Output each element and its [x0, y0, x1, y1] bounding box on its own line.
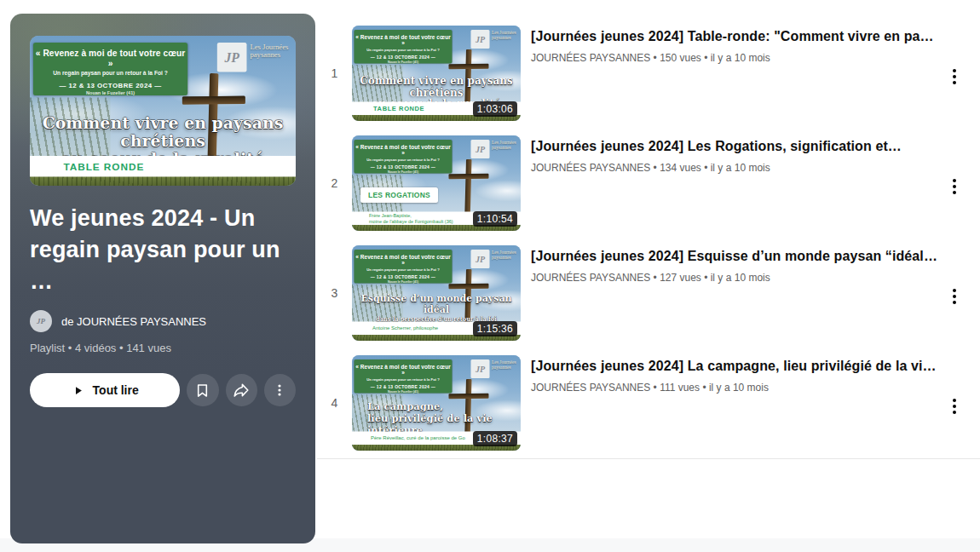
channel-avatar[interactable]: JP	[30, 310, 52, 332]
banner-subline: Un regain paysan pour un retour à la Foi…	[33, 70, 187, 77]
banner-headline: « Revenez à moi de tout votre cœur »	[355, 364, 453, 377]
save-playlist-button[interactable]	[187, 374, 218, 406]
kebab-icon	[944, 396, 965, 417]
duration-badge: 1:03:06	[473, 101, 517, 117]
playlist-actions: Tout lire	[30, 373, 296, 407]
banner-location: Nouan le Fuzelier (41)	[33, 90, 187, 95]
playlist-owner-row: JP de JOURNÉES PAYSANNES	[30, 310, 296, 332]
kebab-icon	[944, 286, 965, 307]
playlist-owner-label[interactable]: de JOURNÉES PAYSANNES	[61, 315, 206, 328]
thumbnail-strip-label: TABLE RONDE	[373, 105, 424, 112]
banner-date: — 12 & 13 OCTOBRE 2024 —	[355, 385, 453, 390]
video-meta: JOURNÉES PAYSANNES • 127 vues • il y a 1…	[531, 272, 938, 284]
list-divider	[317, 458, 980, 459]
thumbnail-title-line1: La campagne,	[367, 400, 495, 412]
video-row-4[interactable]: 4 « Revenez à moi de tout votre cœur » U…	[317, 355, 980, 451]
video-index: 1	[317, 26, 352, 121]
video-thumbnail[interactable]: « Revenez à moi de tout votre cœur » Un …	[352, 26, 521, 121]
video-row-3[interactable]: 3 « Revenez à moi de tout votre cœur » U…	[317, 245, 980, 341]
video-menu-button[interactable]	[944, 286, 965, 307]
banner-location: Nouan le Fuzelier (41)	[355, 170, 453, 174]
banner-headline: « Revenez à moi de tout votre cœur »	[33, 49, 187, 69]
playlist-thumbnail[interactable]: « Revenez à moi de tout votre cœur » Un …	[30, 36, 296, 186]
playlist-title: We jeunes 2024 - Un regain paysan pour u…	[30, 203, 296, 297]
caption-line2: moine de l'abbaye de Fontgombault (36)	[369, 218, 453, 223]
logo-mark: JP	[471, 30, 490, 49]
share-arrow-icon	[232, 381, 251, 400]
video-menu-button[interactable]	[944, 176, 965, 197]
video-thumbnail[interactable]: « Revenez à moi de tout votre cœur » Un …	[352, 135, 521, 231]
thumbnail-speaker-caption: Frère Jean-Baptiste, moine de l'abbaye d…	[369, 213, 453, 224]
thumbnail-title-line1: Comment vivre en paysans chrétiens	[352, 75, 521, 98]
logo-text: Les Journées paysannes	[492, 30, 516, 40]
video-index: 2	[317, 135, 352, 231]
play-all-button[interactable]: Tout lire	[30, 373, 180, 407]
banner-date: — 12 & 13 OCTOBRE 2024 —	[355, 55, 453, 60]
banner-subline: Un regain paysan pour un retour à la Foi…	[355, 48, 453, 52]
duration-badge: 1:10:54	[473, 211, 517, 227]
event-banner: « Revenez à moi de tout votre cœur » Un …	[33, 43, 187, 95]
video-meta: JOURNÉES PAYSANNES • 150 vues • il y a 1…	[531, 52, 938, 64]
video-index: 3	[317, 245, 352, 341]
logo-mark: JP	[471, 140, 490, 158]
play-all-label: Tout lire	[93, 383, 139, 397]
playlist-more-button[interactable]	[264, 374, 296, 406]
video-info: [Journées jeunes 2024] Esquisse d’un mon…	[531, 247, 938, 341]
playlist-page: « Revenez à moi de tout votre cœur » Un …	[0, 0, 980, 552]
logo-text: Les Journées paysannes	[492, 140, 516, 150]
thumbnail-topic-pill: LES ROGATIONS	[360, 187, 438, 203]
video-meta: JOURNÉES PAYSANNES • 134 vues • il y a 1…	[531, 162, 902, 174]
playlist-header-panel: « Revenez à moi de tout votre cœur » Un …	[10, 14, 315, 543]
banner-headline: « Revenez à moi de tout votre cœur »	[355, 34, 453, 47]
video-thumbnail[interactable]: « Revenez à moi de tout votre cœur » Un …	[352, 355, 521, 451]
video-menu-button[interactable]	[944, 66, 965, 87]
video-thumbnail[interactable]: « Revenez à moi de tout votre cœur » Un …	[352, 245, 521, 341]
thumbnail-speaker-caption: Père Réveillac, curé de la paroisse de G…	[371, 435, 465, 440]
banner-subline: Un regain paysan pour un retour à la Foi…	[355, 377, 453, 382]
journees-paysannes-logo: JP Les Journées paysannes	[471, 140, 517, 158]
journees-paysannes-logo: JP Les Journées paysannes	[217, 43, 289, 72]
share-button[interactable]	[226, 374, 257, 406]
play-icon	[72, 384, 84, 397]
video-row-2[interactable]: 2 « Revenez à moi de tout votre cœur » U…	[317, 135, 980, 231]
video-menu-button[interactable]	[944, 396, 965, 417]
banner-location: Nouan le Fuzelier (41)	[355, 280, 453, 284]
kebab-icon	[271, 382, 288, 399]
event-banner: « Revenez à moi de tout votre cœur » Un …	[355, 359, 453, 394]
logo-mark: JP	[471, 359, 490, 378]
banner-subline: Un regain paysan pour un retour à la Foi…	[355, 267, 453, 272]
video-index: 4	[317, 355, 352, 451]
thumbnail-title-line1: Comment vivre en paysans chrétiens	[30, 113, 296, 150]
video-info: [Journées jeunes 2024] Table-ronde: "Com…	[531, 27, 938, 121]
logo-mark: JP	[471, 250, 490, 268]
video-info: [Journées jeunes 2024] La campagne, lieu…	[531, 357, 938, 451]
thumbnail-strip: TABLE RONDE	[30, 156, 296, 176]
bookmark-icon	[193, 382, 211, 400]
video-info: [Journées jeunes 2024] Les Rogations, si…	[531, 137, 902, 231]
thumbnail-speaker-caption: Antoine Scherrer, philosophe	[372, 325, 438, 331]
banner-date: — 12 & 13 OCTOBRE 2024 —	[355, 275, 453, 280]
event-banner: « Revenez à moi de tout votre cœur » Un …	[355, 250, 453, 284]
video-title[interactable]: [Journées jeunes 2024] Esquisse d’un mon…	[531, 247, 938, 266]
event-banner: « Revenez à moi de tout votre cœur » Un …	[355, 140, 453, 174]
banner-date: — 12 & 13 OCTOBRE 2024 —	[33, 82, 187, 89]
banner-headline: « Revenez à moi de tout votre cœur »	[355, 254, 453, 267]
video-title[interactable]: [Journées jeunes 2024] Les Rogations, si…	[531, 137, 902, 156]
logo-mark: JP	[217, 43, 247, 72]
event-banner: « Revenez à moi de tout votre cœur » Un …	[355, 30, 453, 64]
logo-text: Les Journées paysannes	[492, 359, 516, 370]
logo-text: Les Journées paysannes	[492, 250, 516, 260]
video-row-1[interactable]: 1 « Revenez à moi de tout votre cœur » U…	[317, 26, 980, 121]
banner-subline: Un regain paysan pour un retour à la Foi…	[355, 158, 453, 162]
playlist-videos-list: 1 « Revenez à moi de tout votre cœur » U…	[317, 26, 980, 459]
video-title[interactable]: [Journées jeunes 2024] La campagne, lieu…	[531, 357, 938, 376]
journees-paysannes-logo: JP Les Journées paysannes	[471, 30, 517, 49]
video-title[interactable]: [Journées jeunes 2024] Table-ronde: "Com…	[531, 27, 938, 46]
kebab-icon	[944, 176, 965, 197]
journees-paysannes-logo: JP Les Journées paysannes	[471, 359, 517, 378]
banner-date: — 12 & 13 OCTOBRE 2024 —	[355, 165, 453, 170]
banner-location: Nouan le Fuzelier (41)	[355, 390, 453, 394]
journees-paysannes-logo: JP Les Journées paysannes	[471, 250, 517, 268]
thumbnail-strip-label: TABLE RONDE	[63, 161, 144, 172]
thumbnail-title-line1: Esquisse d’un monde paysan idéal	[352, 293, 521, 314]
